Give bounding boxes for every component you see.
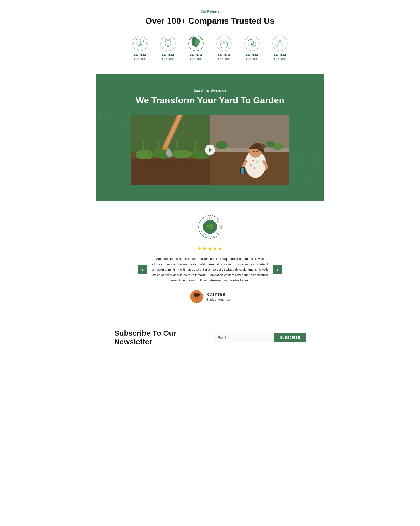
partner-name-4: LOREM — [218, 53, 230, 57]
svg-point-59 — [195, 296, 196, 297]
transformation-label[interactable]: Latest Transformation — [194, 89, 226, 92]
partner-name-1: LOREM — [134, 53, 146, 57]
partner-name-6: LOREM — [274, 53, 286, 57]
partner-tagline-2: TAGLINE — [162, 58, 174, 60]
svg-point-6 — [161, 36, 176, 51]
partner-icon-3 — [188, 35, 204, 51]
svg-point-24 — [135, 150, 154, 159]
garden-image-right — [210, 115, 289, 185]
badge-curved-text: · DISCOVER OUR GARDEN SINCE 1997. EXPLOR… — [199, 216, 222, 239]
svg-rect-55 — [241, 168, 244, 174]
partner-logo-2: LOREM TAGLINE — [160, 35, 176, 60]
svg-point-45 — [250, 164, 252, 166]
partner-logo-5: LOREM TAGLINE — [244, 35, 260, 60]
partner-name-2: LOREM — [162, 53, 174, 57]
svg-point-41 — [266, 141, 275, 147]
svg-point-15 — [223, 42, 225, 44]
partner-tagline-4: TAGLINE — [218, 58, 230, 60]
svg-point-7 — [165, 39, 171, 46]
partner-icon-5 — [244, 35, 260, 51]
svg-point-34 — [186, 165, 188, 167]
transformation-images-container — [128, 115, 292, 185]
svg-point-52 — [253, 151, 254, 152]
partner-logo-6: LOREM TAGLINE — [272, 35, 288, 60]
partners-title: Over 100+ Companis Trusted Us — [110, 16, 310, 26]
garden-image-left — [131, 115, 210, 185]
author-company: Bank of America — [206, 298, 230, 301]
svg-point-30 — [151, 163, 153, 165]
svg-rect-22 — [131, 157, 210, 185]
testimonial-prev-button[interactable]: ‹ — [138, 265, 147, 274]
email-input[interactable] — [214, 333, 274, 343]
partner-icon-6 — [272, 35, 288, 51]
avatar-svg — [191, 291, 202, 302]
svg-point-35 — [195, 167, 197, 169]
svg-point-46 — [259, 165, 260, 166]
svg-point-8 — [166, 40, 169, 45]
svg-point-26 — [172, 150, 193, 158]
transformation-title: We Transform Your Yard To Garden — [105, 95, 315, 106]
svg-point-60 — [197, 296, 198, 297]
testimonial-text: Amet minim mollit non deserunt ullamco e… — [152, 256, 268, 283]
testimonial-section: · DISCOVER OUR GARDEN SINCE 1997. EXPLOR… — [96, 201, 324, 315]
partner-name-5: LOREM — [246, 53, 258, 57]
svg-point-31 — [158, 167, 159, 168]
svg-point-9 — [167, 45, 169, 47]
svg-point-33 — [177, 168, 178, 169]
partner-name-3: LOREM — [190, 53, 202, 57]
svg-point-39 — [216, 141, 227, 149]
testimonial-author: Kathryn Bank of America — [105, 290, 315, 303]
newsletter-form: SUBSCRIBE — [214, 333, 306, 343]
garden-badge: · DISCOVER OUR GARDEN SINCE 1997. EXPLOR… — [198, 215, 222, 239]
svg-point-53 — [256, 151, 258, 152]
partners-label[interactable]: Our Partners — [201, 10, 219, 13]
partner-icon-2 — [160, 35, 176, 51]
partner-logo-1: LOREM TAGLINE — [132, 35, 148, 60]
svg-point-47 — [254, 167, 255, 169]
partners-logos-container: LOREM TAGLINE LOREM TAGLINE LOREM — [110, 35, 310, 60]
author-avatar — [190, 290, 203, 303]
partner-tagline-1: TAGLINE — [134, 58, 146, 60]
newsletter-title: Subscribe To Our Newsletter — [114, 329, 196, 346]
partner-icon-1 — [132, 35, 148, 51]
partner-logo-4: LOREM TAGLINE — [216, 35, 232, 60]
testimonial-stars: ★★★★★ — [105, 246, 315, 252]
svg-point-13 — [195, 45, 197, 48]
svg-point-17 — [248, 40, 254, 45]
svg-point-51 — [261, 144, 265, 149]
svg-text:· DISCOVER OUR GARDEN SINCE 19: · DISCOVER OUR GARDEN SINCE 1997. EXPLOR… — [199, 216, 221, 238]
partner-tagline-5: TAGLINE — [246, 58, 258, 60]
svg-point-44 — [256, 162, 257, 163]
svg-point-20 — [273, 36, 287, 51]
svg-point-32 — [167, 164, 169, 166]
play-button[interactable] — [205, 145, 215, 155]
partners-section: Our Partners Over 100+ Companis Trusted … — [96, 0, 324, 74]
svg-point-48 — [257, 160, 258, 161]
author-avatar-image — [191, 291, 202, 302]
author-name: Kathryn — [206, 292, 230, 298]
badge-outer-ring: · DISCOVER OUR GARDEN SINCE 1997. EXPLOR… — [198, 215, 222, 239]
testimonial-body: ‹ Amet minim mollit non deserunt ullamco… — [138, 256, 282, 283]
author-info: Kathryn Bank of America — [206, 292, 230, 301]
svg-point-43 — [253, 160, 254, 161]
partner-tagline-6: TAGLINE — [274, 58, 286, 60]
testimonial-next-button[interactable]: › — [273, 265, 282, 274]
partner-logo-3: LOREM TAGLINE — [188, 35, 204, 60]
subscribe-button[interactable]: SUBSCRIBE — [274, 333, 306, 343]
partner-tagline-3: TAGLINE — [190, 58, 202, 60]
partner-icon-4 — [216, 35, 232, 51]
transformation-section: Latest Transformation We Transform Your … — [96, 74, 324, 201]
newsletter-section: Subscribe To Our Newsletter SUBSCRIBE — [96, 315, 324, 360]
svg-point-14 — [216, 36, 232, 51]
svg-point-3 — [139, 39, 144, 45]
